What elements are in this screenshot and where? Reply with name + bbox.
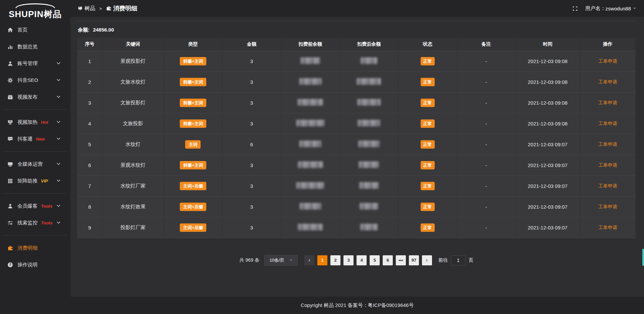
sidebar-item-home[interactable]: 首页 <box>0 21 70 38</box>
page-button-6[interactable]: 6 <box>383 255 393 265</box>
status-badge: 正常 <box>421 119 435 128</box>
sidebar-item-video-publish[interactable]: 视频发布 <box>0 89 70 105</box>
cell-status: 正常 <box>398 134 457 155</box>
masked-balance-blur <box>361 57 377 64</box>
table-row: 8水纹灯效果主词+后缀3正常-2021-12-03 09:07工单申请 <box>77 196 636 217</box>
fullscreen-icon[interactable] <box>572 6 578 11</box>
cell-status: 正常 <box>398 113 457 134</box>
chevron-down-icon <box>56 94 61 100</box>
work-order-link[interactable]: 工单申请 <box>598 142 617 147</box>
app-mini-icon <box>78 6 83 11</box>
sidebar-item-label: 视频发布 <box>17 94 38 100</box>
balance-value: 24856.00 <box>93 27 114 33</box>
sidebar-menu: 首页数据总览账号管理抖音SEO视频发布视频加热Hot抖客通New全媒体运营矩阵助… <box>0 21 70 314</box>
cell-status: 正常 <box>398 175 457 196</box>
person-icon <box>7 203 13 209</box>
user-menu[interactable]: 用户名： zswodun88 <box>585 5 637 12</box>
status-badge: 正常 <box>421 203 435 211</box>
cell-post-balance-masked <box>340 217 398 238</box>
cell-amount: 3 <box>222 217 281 238</box>
chevron-down-icon <box>56 203 61 209</box>
table-row: 2文旅水纹灯前缀+主词3正常-2021-12-03 09:08工单申请 <box>77 71 636 92</box>
page-button-2[interactable]: 2 <box>330 255 340 265</box>
cell-type: 主词 <box>164 134 222 155</box>
brand-logo: SHUPIN树品 <box>0 0 70 21</box>
page-button-3[interactable]: 3 <box>343 255 354 265</box>
masked-balance-blur <box>298 161 323 168</box>
breadcrumb-root[interactable]: 树品 <box>85 5 95 12</box>
cell-remark: - <box>457 134 516 155</box>
cell-index: 3 <box>77 92 102 113</box>
sidebar-divider <box>3 193 67 194</box>
cell-post-balance-masked <box>340 51 398 71</box>
table-row: 6景观水纹灯前缀+主词3正常-2021-12-03 09:07工单申请 <box>77 155 636 175</box>
sidebar-item-account-management[interactable]: 账号管理 <box>0 55 70 72</box>
sidebar-item-label: 账号管理 <box>17 60 38 67</box>
chevron-down-icon <box>289 258 293 262</box>
cell-post-balance-masked <box>340 155 398 175</box>
column-header: 备注 <box>457 38 516 51</box>
sidebar-item-video-heat[interactable]: 视频加热Hot <box>0 114 70 130</box>
sidebar-divider <box>3 235 67 235</box>
work-order-link[interactable]: 工单申请 <box>598 183 617 189</box>
cell-amount: 3 <box>222 51 281 71</box>
cell-amount: 3 <box>222 175 281 196</box>
work-order-link[interactable]: 工单申请 <box>598 162 617 168</box>
status-badge: 正常 <box>421 182 435 190</box>
column-header: 时间 <box>516 38 580 51</box>
sidebar-divider <box>3 151 67 152</box>
masked-balance-blur <box>300 203 321 210</box>
cell-action: 工单申请 <box>580 217 636 238</box>
sidebar-item-data-overview[interactable]: 数据总览 <box>0 38 70 55</box>
work-order-link[interactable]: 工单申请 <box>598 100 617 105</box>
page-button-5[interactable]: 5 <box>370 255 380 265</box>
breadcrumb-current-label: 消费明细 <box>113 4 138 12</box>
sidebar-item-matrix-boost[interactable]: 矩阵助推VIP <box>0 172 70 189</box>
page-button-4[interactable]: 4 <box>357 255 367 265</box>
sidebar-item-douketong[interactable]: 抖客通New <box>0 130 70 147</box>
sidebar-item-badge: New <box>36 137 45 142</box>
header-divider <box>77 21 636 21</box>
sidebar-item-clue-monitor[interactable]: 线索监控Tools <box>0 214 70 231</box>
sidebar-item-douyin-seo[interactable]: 抖音SEO <box>0 72 70 89</box>
chevron-down-icon <box>56 178 61 184</box>
next-page-button[interactable] <box>422 255 432 265</box>
page-size-value: 10条/页 <box>270 257 284 263</box>
sidebar-item-consume-detail[interactable]: 消费明细 <box>0 240 70 256</box>
sidebar-item-label: 数据总览 <box>17 44 38 50</box>
question-icon: ? <box>7 262 13 268</box>
sidebar-item-label: 矩阵助推 <box>17 178 38 184</box>
chevron-down-icon <box>56 136 61 142</box>
work-order-link[interactable]: 工单申请 <box>598 225 617 230</box>
goto-page-input[interactable] <box>451 255 466 265</box>
sidebar-item-media-operation[interactable]: 全媒体运营 <box>0 156 70 172</box>
work-order-link[interactable]: 工单申请 <box>598 58 617 64</box>
cell-pre-balance-masked <box>281 134 340 155</box>
type-tag: 前缀+主词 <box>180 99 207 107</box>
sliders-icon <box>7 220 13 226</box>
cell-keyword: 文旅投影 <box>102 113 164 134</box>
work-order-link[interactable]: 工单申请 <box>598 121 617 126</box>
cell-keyword: 投影灯厂家 <box>102 217 164 238</box>
chevron-right-icon <box>425 258 429 262</box>
page-button-1[interactable]: 1 <box>317 255 327 265</box>
masked-balance-blur <box>296 120 325 126</box>
prev-page-button[interactable] <box>304 255 314 265</box>
page-size-select[interactable]: 10条/页 <box>264 255 298 266</box>
ellipsis-pages-button[interactable]: ••• <box>396 255 406 265</box>
work-order-link[interactable]: 工单申请 <box>598 79 617 85</box>
page-button-group: 123456•••97 <box>317 255 419 265</box>
table-row: 3文旅投影灯前缀+主词3正常-2021-12-03 09:08工单申请 <box>77 92 636 113</box>
cell-post-balance-masked <box>340 175 398 196</box>
column-header: 类型 <box>164 38 222 51</box>
page-button-97[interactable]: 97 <box>409 255 419 265</box>
sidebar-item-member-baoke[interactable]: 会员爆客Tools <box>0 198 70 214</box>
sidebar-item-label: 首页 <box>17 27 28 33</box>
table-row: 4文旅投影前缀+主词3正常-2021-12-03 09:08工单申请 <box>77 113 636 134</box>
scrollbar-thumb[interactable] <box>642 249 644 266</box>
status-badge: 正常 <box>421 223 435 232</box>
work-order-link[interactable]: 工单申请 <box>598 204 617 209</box>
cell-amount: 3 <box>222 196 281 217</box>
cell-pre-balance-masked <box>281 217 340 238</box>
sidebar-item-operation-guide[interactable]: ?操作说明 <box>0 256 70 273</box>
